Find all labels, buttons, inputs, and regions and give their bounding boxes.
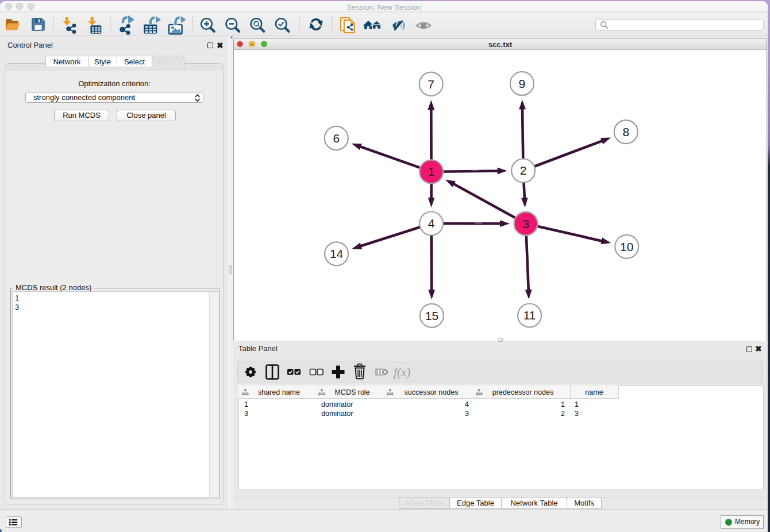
svg-text:1: 1 [428,165,435,178]
svg-text:6: 6 [333,132,340,145]
svg-text:4: 4 [428,217,435,230]
svg-text:14: 14 [330,247,344,260]
svg-text:11: 11 [523,309,536,322]
svg-text:7: 7 [428,78,434,91]
svg-text:3: 3 [522,217,529,230]
svg-text:10: 10 [620,240,633,253]
svg-text:8: 8 [622,125,629,138]
svg-text:2: 2 [520,164,527,177]
svg-text:9: 9 [519,77,526,90]
svg-text:15: 15 [425,309,438,322]
svg-text:f(x): f(x) [394,365,410,379]
